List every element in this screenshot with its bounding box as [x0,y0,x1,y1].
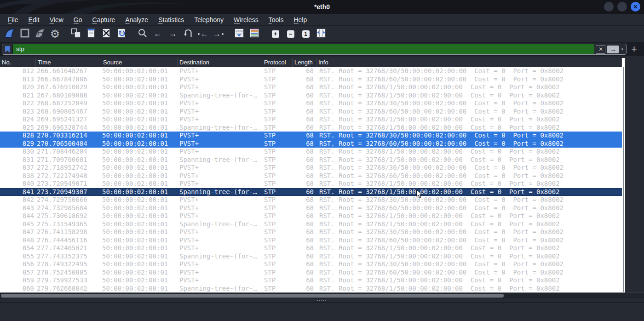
reload-file-button[interactable] [115,27,128,41]
close-file-button[interactable] [99,27,113,41]
save-file-button[interactable] [84,27,98,41]
cell-time: 274.732985684 [36,204,101,212]
horizontal-scrollbar[interactable] [0,292,644,299]
cell-length: 68 [293,83,316,92]
cell-time: 273.720949307 [36,189,101,196]
menu-item-wireless[interactable]: Wireless [229,14,264,26]
packet-row[interactable]: 829270.70650048450:00:00:02:00:01PVST+ST… [0,140,622,148]
go-last-packet-button[interactable]: → [212,27,225,41]
cell-destination: Spanning-tree-(for-… [178,189,262,196]
menu-item-capture[interactable]: Capture [87,14,121,26]
packet-row[interactable]: 812266.66164826750:00:00:02:00:01PVST+ST… [0,67,622,75]
add-filter-button[interactable]: + [631,44,637,54]
pane-splitter[interactable]: ••••• [0,298,644,302]
display-filter-field[interactable]: stp ✕ → ▾ [2,44,627,55]
vertical-scrollbar-thumb[interactable] [623,67,624,292]
packet-row[interactable]: 830271.70844620450:00:00:02:00:01PVST+ST… [0,148,622,156]
column-header-length[interactable]: Length [293,58,316,67]
maximize-button[interactable] [617,2,627,11]
packet-row[interactable]: 847276.74115829850:00:00:02:00:01PVST+ST… [0,228,622,236]
menu-item-go[interactable]: Go [69,14,87,26]
menu-item-statistics[interactable]: Statistics [153,14,189,26]
menu-item-file[interactable]: File [3,14,23,26]
cell-length: 68 [293,269,316,277]
menu-item-edit[interactable]: Edit [23,14,45,26]
packet-row[interactable]: 831271.70970060150:00:00:02:00:01Spannin… [0,156,622,164]
horizontal-scrollbar-thumb[interactable] [1,294,504,298]
packet-row[interactable]: 824269.69524132750:00:00:02:00:01PVST+ST… [0,115,622,124]
auto-scroll-button[interactable] [232,27,246,41]
column-header-destination[interactable]: Destination [178,58,262,67]
find-packet-icon [137,28,148,40]
start-capture-button[interactable] [3,27,17,41]
cell-no: 854 [0,244,36,252]
column-header-protocol[interactable]: Protocol [262,58,293,67]
filter-bookmark-button[interactable] [2,44,13,54]
close-button[interactable]: ✕ [631,2,640,11]
column-header-info[interactable]: Info [316,58,622,67]
menu-item-telephony[interactable]: Telephony [189,14,229,26]
find-packet-button[interactable] [136,27,150,41]
packet-row[interactable]: 838272.72217494850:00:00:02:00:01PVST+ST… [0,172,622,180]
stop-capture-button[interactable] [18,27,32,41]
packet-row[interactable]: 837272.71895274250:00:00:02:00:01PVST+ST… [0,164,622,172]
cell-source: 50:00:00:02:00:01 [101,204,178,212]
packet-row[interactable]: 843274.73298568450:00:00:02:00:01PVST+ST… [0,204,622,212]
packet-row[interactable]: 813266.66784708650:00:00:02:00:01PVST+ST… [0,75,622,84]
go-back-button[interactable]: ← [151,27,165,41]
packet-row[interactable]: 854277.74240502150:00:00:02:00:01PVST+ST… [0,244,622,252]
filter-history-dropdown[interactable]: ▾ [619,47,626,52]
packet-row[interactable]: 860279.76266884250:00:00:02:00:01Spannin… [0,285,622,293]
column-header-source[interactable]: Source [101,58,178,67]
vertical-scrollbar[interactable] [622,58,625,292]
packet-row[interactable]: 857278.75245088550:00:00:02:00:01PVST+ST… [0,269,622,277]
packet-row[interactable]: 825269.69632874450:00:00:02:00:01Spannin… [0,124,622,132]
menu-item-view[interactable]: View [45,14,69,26]
clear-filter-button[interactable]: ✕ [596,45,605,54]
capture-options-button[interactable]: ⚙ [48,27,62,41]
minimize-button[interactable] [604,2,614,11]
restart-capture-button[interactable] [33,27,47,41]
display-filter-input[interactable]: stp [13,44,594,54]
packet-row[interactable]: 859279.75992753350:00:00:02:00:01PVST+ST… [0,276,622,285]
cell-info: RST. Root = 32768/1/50:00:00:02:00:00 Co… [316,252,622,261]
packet-row[interactable]: 841273.72094930750:00:00:02:00:01Spannin… [0,188,622,196]
packet-row[interactable]: 840273.72094907150:00:00:02:00:01PVST+ST… [0,180,622,188]
packet-row[interactable]: 856278.74932249550:00:00:02:00:01PVST+ST… [0,260,622,269]
menu-item-tools[interactable]: Tools [264,14,289,26]
open-file-button[interactable] [69,27,83,41]
menu-item-analyze[interactable]: Analyze [120,14,153,26]
apply-filter-button[interactable]: → [607,46,619,53]
go-forward-button[interactable]: → [166,27,180,41]
packet-row[interactable]: 855277.74335237550:00:00:02:00:01Spannin… [0,252,622,261]
go-first-packet-button[interactable]: ← [196,27,210,41]
packet-row[interactable]: 820267.67691002950:00:00:02:00:01PVST+ST… [0,83,622,92]
cell-info: RST. Root = 32768/1/50:00:00:02:00:00 Co… [316,180,622,188]
zoom-in-button[interactable]: + [269,27,282,41]
colorize-packets-icon [248,28,260,40]
column-header-time[interactable]: Time [36,58,101,67]
cell-length: 68 [293,108,316,116]
column-header-no[interactable]: No. [0,58,36,67]
menu-item-help[interactable]: Help [288,14,312,26]
zoom-100-button[interactable]: 1 [299,27,313,41]
packet-row[interactable]: 822268.68725204950:00:00:02:00:01PVST+ST… [0,99,622,108]
cell-length: 68 [293,172,316,180]
zoom-out-icon: − [287,30,294,38]
cell-time: 276.741158298 [36,228,101,236]
packet-row[interactable]: 848276.74445611650:00:00:02:00:01PVST+ST… [0,236,622,245]
packet-row[interactable]: 821267.68010988850:00:00:02:00:01Spannin… [0,92,622,100]
packet-row[interactable]: 823268.69080546750:00:00:02:00:01PVST+ST… [0,108,622,116]
packet-row[interactable]: 828270.70331621450:00:00:02:00:01PVST+ST… [0,132,622,140]
go-to-packet-button[interactable] [181,27,195,41]
cell-time: 276.744456116 [36,236,101,245]
packet-row[interactable]: 844275.73061869250:00:00:02:00:01PVST+ST… [0,212,622,220]
cell-no: 830 [0,148,36,156]
packet-row[interactable]: 845275.73154936550:00:00:02:00:01Spannin… [0,220,622,229]
resize-columns-button[interactable] [314,27,328,41]
colorize-packets-button[interactable] [247,27,261,41]
zoom-out-button[interactable]: − [284,27,298,41]
cell-protocol: STP [262,204,293,212]
packet-row[interactable]: 842274.72975066650:00:00:02:00:01PVST+ST… [0,196,622,204]
cell-no: 812 [0,67,36,75]
